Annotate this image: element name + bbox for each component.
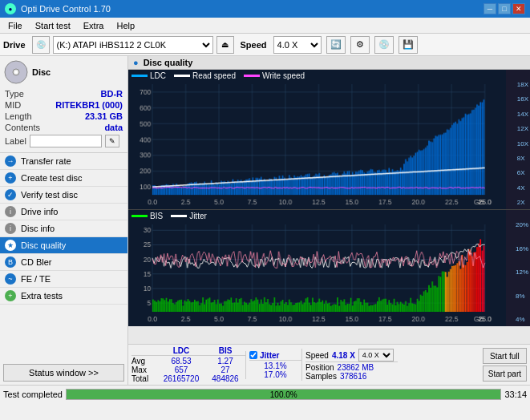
nav-drive-info[interactable]: i Drive info (0, 204, 127, 220)
nav-verify-test-disc[interactable]: ✓ Verify test disc (0, 187, 127, 204)
stats-bis-header: BIS (205, 346, 245, 355)
samples-row: Samples 378616 (305, 372, 398, 381)
y-label-12x: 12X (517, 125, 528, 132)
sidebar: Disc Type BD-R MID RITEKBR1 (000) Length… (0, 56, 128, 385)
maximize-button[interactable]: □ (498, 3, 511, 14)
content-area: ● Disc quality LDC Read speed (128, 56, 530, 385)
y-label-4pct: 4% (516, 316, 528, 323)
y-label-12pct: 12% (516, 269, 528, 276)
speed-select[interactable]: 4.0 X (358, 349, 394, 361)
speed-row: Speed 4.18 X 4.0 X (305, 349, 398, 362)
title-bar-buttons: ─ □ ✕ (483, 3, 525, 14)
nav-transfer-rate-label: Transfer rate (21, 156, 71, 166)
stats-main: LDC BIS Avg 68.53 1.27 Max 657 27 Tota (131, 346, 245, 383)
status-bar: Test completed 100.0% 33:14 (0, 385, 530, 402)
disc-label-button[interactable]: ✎ (105, 135, 119, 147)
nav-disc-quality[interactable]: ★ Disc quality (0, 237, 127, 254)
disc-contents-label: Contents (5, 123, 40, 132)
panel-header: ● Disc quality (128, 56, 530, 70)
transfer-rate-icon: → (5, 155, 16, 167)
menu-extra[interactable]: Extra (79, 18, 109, 33)
nav-fe-te[interactable]: ~ FE / TE (0, 271, 127, 288)
legend-read-speed-label: Read speed (192, 71, 236, 80)
disc-length-row: Length 23.31 GB (3, 111, 124, 122)
position-label: Position (305, 363, 334, 372)
fe-te-icon: ~ (5, 273, 16, 285)
nav-disc-quality-label: Disc quality (21, 240, 66, 250)
chart-bottom: BIS Jitter 20% 16% 12% 8% 4% (128, 210, 530, 326)
disc-quality-icon: ★ (5, 240, 16, 251)
speed-label: Speed (237, 40, 270, 50)
save-button[interactable]: 💾 (399, 36, 418, 54)
menu-start-test[interactable]: Start test (30, 18, 75, 33)
legend-jitter-label: Jitter (189, 212, 207, 220)
main-content: Disc Type BD-R MID RITEKBR1 (000) Length… (0, 56, 530, 385)
disc-header: Disc (3, 59, 124, 85)
nav-disc-info-label: Disc info (21, 224, 55, 233)
menu-help[interactable]: Help (111, 18, 140, 33)
stats-avg-row: Avg 68.53 1.27 (131, 357, 245, 365)
nav-create-test-disc-label: Create test disc (21, 173, 82, 183)
stats-total-ldc: 26165720 (157, 374, 205, 383)
nav-fe-te-label: FE / TE (21, 274, 51, 284)
panel-title: Disc quality (144, 58, 193, 67)
nav-create-test-disc[interactable]: + Create test disc (0, 170, 127, 187)
nav-disc-info[interactable]: i Disc info (0, 220, 127, 237)
disc-mid-row: MID RITEKBR1 (000) (3, 99, 124, 111)
disc-section-title: Disc (32, 67, 51, 77)
nav-cd-bler[interactable]: B CD Bler (0, 254, 127, 271)
nav-cd-bler-label: CD Bler (21, 257, 52, 267)
panel-icon: ● (133, 58, 139, 67)
disc-length-label: Length (5, 111, 32, 121)
refresh-button[interactable]: 🔄 (326, 36, 346, 54)
stats-row: LDC BIS Avg 68.53 1.27 Max 657 27 Tota (131, 346, 527, 383)
stats-ldc-header: LDC (157, 346, 205, 355)
stats-max-ldc: 657 (157, 365, 205, 374)
drive-select[interactable]: (K:) ATAPI iHBS112 2 CL0K (53, 36, 213, 54)
position-value: 23862 MB (338, 363, 374, 372)
bottom-legend: BIS Jitter (131, 212, 207, 220)
stats-max-label: Max (131, 365, 157, 374)
disc-length-value: 23.31 GB (85, 111, 123, 121)
nav-extra-tests[interactable]: + Extra tests (0, 288, 127, 305)
y-label-4x: 4X (517, 184, 528, 192)
disc-type-row: Type BD-R (3, 88, 124, 99)
disc-label-input[interactable] (30, 135, 102, 147)
y-label-20pct: 20% (516, 221, 528, 228)
legend-read-speed: Read speed (174, 71, 236, 80)
stats-spacer (131, 346, 157, 355)
cd-bler-icon: B (5, 256, 16, 268)
legend-ldc-color (131, 75, 148, 77)
disc-mid-label: MID (5, 100, 21, 110)
start-part-button[interactable]: Start part (483, 365, 527, 382)
nav-items: → Transfer rate + Create test disc ✓ Ver… (0, 153, 127, 361)
disc-label-label: Label (5, 136, 26, 146)
y-label-8x: 8X (517, 155, 528, 162)
drive-info-icon: i (5, 206, 16, 217)
minimize-button[interactable]: ─ (483, 3, 496, 14)
speed-select[interactable]: 4.0 X (273, 36, 322, 54)
stats-total-row: Total 26165720 484826 (131, 374, 245, 383)
eject-button[interactable]: ⏏ (216, 36, 234, 54)
start-full-button[interactable]: Start full (483, 348, 527, 364)
stats-bar: LDC BIS Avg 68.53 1.27 Max 657 27 Tota (128, 344, 530, 385)
status-window-button[interactable]: Status window >> (3, 364, 124, 382)
burn-button[interactable]: 💿 (374, 36, 394, 54)
title-bar: ● Opti Drive Control 1.70 ─ □ ✕ (0, 0, 530, 18)
jitter-checkbox[interactable] (249, 351, 257, 359)
chart-top: LDC Read speed Write speed 18X 16X 14X (128, 70, 530, 210)
progress-text: 100.0% (67, 390, 500, 401)
stats-max-bis: 27 (205, 365, 245, 374)
nav-transfer-rate[interactable]: → Transfer rate (0, 153, 127, 170)
stats-total-label: Total (131, 374, 157, 383)
stats-total-bis: 484826 (205, 374, 245, 383)
menu-file[interactable]: File (3, 18, 27, 33)
extra-tests-icon: + (5, 290, 16, 301)
close-button[interactable]: ✕ (512, 3, 525, 14)
verify-test-disc-icon: ✓ (5, 189, 16, 200)
stats-avg-label: Avg (131, 357, 157, 365)
top-legend: LDC Read speed Write speed (131, 71, 305, 80)
y-label-8pct: 8% (516, 293, 528, 300)
settings-button[interactable]: ⚙ (350, 36, 370, 54)
drive-bar: Drive 💿 (K:) ATAPI iHBS112 2 CL0K ⏏ Spee… (0, 34, 530, 56)
